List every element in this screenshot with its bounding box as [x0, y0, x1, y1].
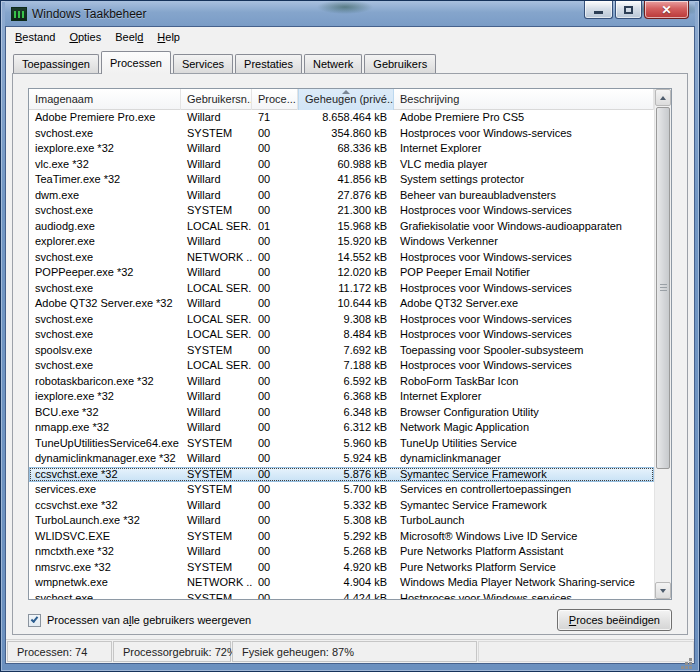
table-row[interactable]: nmapp.exe *32Willard006.312 kBNetwork Ma… — [29, 420, 654, 436]
table-row[interactable]: POPPeeper.exe *32Willard0012.020 kBPOP P… — [29, 265, 654, 281]
tab-services[interactable]: Services — [173, 54, 233, 73]
cell-mem: 7.692 kB — [298, 343, 394, 359]
cell-user: Willard — [181, 498, 252, 514]
table-row[interactable]: robotaskbaricon.exe *32Willard006.592 kB… — [29, 374, 654, 390]
table-row[interactable]: WLIDSVC.EXESYSTEM005.292 kBMicrosoft® Wi… — [29, 529, 654, 545]
table-row[interactable]: vlc.exe *32Willard0060.988 kBVLC media p… — [29, 157, 654, 173]
cell-desc: Pure Networks Platform Service — [394, 560, 654, 576]
tab-prestaties[interactable]: Prestaties — [235, 54, 302, 73]
scrollbar-track[interactable] — [655, 106, 671, 582]
cell-desc: Services en controllertoepassingen — [394, 482, 654, 498]
cell-user: SYSTEM — [181, 529, 252, 545]
table-row[interactable]: svchost.exeLOCAL SER...008.484 kBHostpro… — [29, 327, 654, 343]
tab-netwerk[interactable]: Netwerk — [304, 54, 362, 73]
cell-cpu: 01 — [252, 219, 298, 235]
panel-footer: Processen van alle gebruikers weergeven … — [28, 607, 672, 633]
table-row[interactable]: svchost.exeSYSTEM00354.860 kBHostproces … — [29, 126, 654, 142]
cell-user: Willard — [181, 544, 252, 560]
cell-cpu: 00 — [252, 141, 298, 157]
column-header-gebruikersn[interactable]: Gebruikersn... — [181, 89, 252, 110]
cell-cpu: 00 — [252, 420, 298, 436]
cell-image: nmapp.exe *32 — [29, 420, 181, 436]
menu-item-opties[interactable]: Opties — [62, 27, 108, 48]
column-header-label: Geheugen (privé... — [305, 93, 394, 105]
cell-cpu: 00 — [252, 343, 298, 359]
table-row[interactable]: svchost.exeLOCAL SER...0011.172 kBHostpr… — [29, 281, 654, 297]
arrow-up-icon — [660, 96, 666, 100]
cell-cpu: 00 — [252, 172, 298, 188]
table-row[interactable]: svchost.exeSYSTEM0021.300 kBHostproces v… — [29, 203, 654, 219]
table-row[interactable]: iexplore.exe *32Willard0068.336 kBIntern… — [29, 141, 654, 157]
table-row[interactable]: iexplore.exe *32Willard006.368 kBInterne… — [29, 389, 654, 405]
cell-desc: Windows Verkenner — [394, 234, 654, 250]
table-row[interactable]: services.exeSYSTEM005.700 kBServices en … — [29, 482, 654, 498]
cell-mem: 68.336 kB — [298, 141, 394, 157]
cell-desc: Microsoft® Windows Live ID Service — [394, 529, 654, 545]
tab-toepassingen[interactable]: Toepassingen — [13, 54, 99, 73]
show-all-users-checkbox[interactable] — [28, 614, 41, 627]
scroll-down-button[interactable] — [655, 582, 671, 599]
minimize-button[interactable] — [584, 1, 613, 19]
show-all-users-label[interactable]: Processen van alle gebruikers weergeven — [47, 614, 251, 626]
cell-image: svchost.exe — [29, 591, 181, 600]
table-row[interactable]: nmctxth.exe *32Willard005.268 kBPure Net… — [29, 544, 654, 560]
table-row[interactable]: ccsvchst.exe *32Willard005.332 kBSymante… — [29, 498, 654, 514]
table-row[interactable]: dwm.exeWillard0027.876 kBBeheer van bure… — [29, 188, 654, 204]
tab-processen[interactable]: Processen — [101, 51, 171, 74]
table-row[interactable]: audiodg.exeLOCAL SER...0115.968 kBGrafie… — [29, 219, 654, 235]
scroll-up-button[interactable] — [655, 89, 671, 106]
cell-mem: 4.904 kB — [298, 575, 394, 591]
cell-mem: 10.644 kB — [298, 296, 394, 312]
cell-image: svchost.exe — [29, 281, 181, 297]
cell-user: LOCAL SER... — [181, 312, 252, 328]
resize-grip-icon[interactable] — [689, 658, 692, 661]
close-button[interactable]: ✕ — [644, 1, 689, 19]
cell-mem: 5.332 kB — [298, 498, 394, 514]
table-row[interactable]: BCU.exe *32Willard006.348 kBBrowser Conf… — [29, 405, 654, 421]
menu-item-bestand[interactable]: Bestand — [8, 27, 62, 48]
cell-mem: 14.552 kB — [298, 250, 394, 266]
menu-item-help[interactable]: Help — [150, 27, 187, 48]
cell-cpu: 71 — [252, 110, 298, 126]
table-row[interactable]: TeaTimer.exe *32Willard0041.856 kBSystem… — [29, 172, 654, 188]
cell-desc: Browser Configuration Utility — [394, 405, 654, 421]
column-header-beschrijving[interactable]: Beschrijving — [394, 89, 654, 110]
cell-desc: TurboLaunch — [394, 513, 654, 529]
table-row[interactable]: svchost.exeLOCAL SER...009.308 kBHostpro… — [29, 312, 654, 328]
table-row[interactable]: TurboLaunch.exe *32Willard005.308 kBTurb… — [29, 513, 654, 529]
cell-user: NETWORK ... — [181, 250, 252, 266]
cell-desc: Hostproces voor Windows-services — [394, 591, 654, 600]
menu-item-beeld[interactable]: Beeld — [108, 27, 150, 48]
cell-image: nmsrvc.exe *32 — [29, 560, 181, 576]
table-row[interactable]: wmpnetwk.exeNETWORK ...004.904 kBWindows… — [29, 575, 654, 591]
table-row[interactable]: TuneUpUtilitiesService64.exeSYSTEM005.96… — [29, 436, 654, 452]
table-row[interactable]: svchost.exeSYSTEM004.424 kBHostproces vo… — [29, 591, 654, 600]
table-row[interactable]: Adobe QT32 Server.exe *32Willard0010.644… — [29, 296, 654, 312]
column-header-imagenaam[interactable]: Imagenaam — [29, 89, 181, 110]
tab-gebruikers[interactable]: Gebruikers — [364, 54, 436, 73]
column-header-geheugen-priv[interactable]: Geheugen (privé... — [298, 89, 394, 110]
table-row[interactable]: explorer.exeWillard0015.920 kBWindows Ve… — [29, 234, 654, 250]
table-row[interactable]: svchost.exeNETWORK ...0014.552 kBHostpro… — [29, 250, 654, 266]
table-row[interactable]: Adobe Premiere Pro.exeWillard718.658.464… — [29, 110, 654, 126]
table-row[interactable]: nmsrvc.exe *32SYSTEM004.920 kBPure Netwo… — [29, 560, 654, 576]
app-icon — [11, 7, 27, 21]
column-header-proce[interactable]: Proce... — [252, 89, 298, 110]
end-process-button[interactable]: Proces beëindigen — [557, 609, 672, 631]
cell-mem: 5.700 kB — [298, 482, 394, 498]
vertical-scrollbar[interactable] — [654, 89, 671, 599]
table-row[interactable]: ccsvchst.exe *32SYSTEM005.876 kBSymantec… — [29, 467, 654, 483]
table-row[interactable]: spoolsv.exeSYSTEM007.692 kBToepassing vo… — [29, 343, 654, 359]
table-row[interactable]: dynamiclinkmanager.exe *32Willard005.924… — [29, 451, 654, 467]
scrollbar-thumb[interactable] — [656, 107, 670, 469]
cell-mem: 8.484 kB — [298, 327, 394, 343]
cell-cpu: 00 — [252, 529, 298, 545]
status-cpu-usage: Processorgebruik: 72% — [113, 641, 231, 662]
cell-cpu: 00 — [252, 513, 298, 529]
cell-user: Willard — [181, 234, 252, 250]
cell-user: Willard — [181, 296, 252, 312]
maximize-button[interactable] — [615, 1, 642, 19]
table-row[interactable]: svchost.exeLOCAL SER...007.188 kBHostpro… — [29, 358, 654, 374]
titlebar[interactable]: Windows Taakbeheer ✕ — [5, 1, 695, 26]
processes-tab-panel: ImagenaamGebruikersn...Proce...Geheugen … — [12, 73, 688, 635]
